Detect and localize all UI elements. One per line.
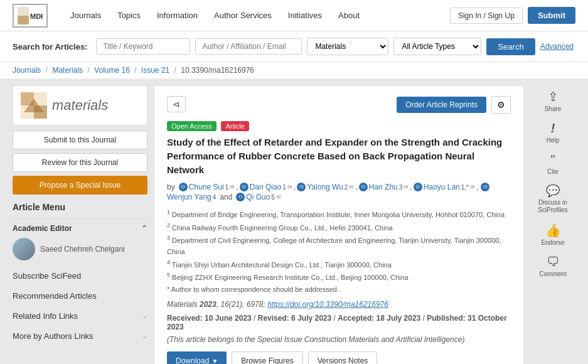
download-chevron: ▼ xyxy=(211,358,218,364)
versions-notes-button[interactable]: Versions Notes xyxy=(308,351,378,364)
comma5: , xyxy=(476,183,478,191)
author-3-email: ✉ xyxy=(349,184,354,190)
endorse-action[interactable]: 👍 Endorse xyxy=(541,223,564,246)
author-affiliation-input[interactable] xyxy=(195,38,302,55)
breadcrumb-volume[interactable]: Volume 16 xyxy=(94,66,130,75)
share-icon: ⇪ xyxy=(548,89,559,104)
breadcrumb-sep2: / xyxy=(87,66,89,75)
nav-initiatives[interactable]: Initiatives xyxy=(281,7,329,24)
search-label: Search for Articles: xyxy=(13,42,87,51)
more-by-authors-links[interactable]: More by Authors Links ⌄ xyxy=(13,326,147,346)
author-7[interactable]: Qi Guo xyxy=(246,193,270,201)
breadcrumb-sep1: / xyxy=(46,66,48,75)
nav-author-services[interactable]: Author Services xyxy=(206,7,279,24)
main-container: materials Submit to this Journal Review … xyxy=(0,79,588,364)
affil-star: * Author to whom correspondence should b… xyxy=(167,284,511,296)
gear-button[interactable]: ⚙ xyxy=(491,96,511,114)
author-icon-3: O xyxy=(297,183,306,191)
author-1-sup: 1 xyxy=(225,184,229,191)
subscribe-scifeed[interactable]: Subscribe SciFeed xyxy=(13,265,147,286)
affil-2: 2 China Railway Fourth Engineering Group… xyxy=(167,221,511,233)
nav-journals[interactable]: Journals xyxy=(63,7,109,24)
related-info-chevron: ⌄ xyxy=(142,312,147,320)
first-page-button[interactable]: ⊲ xyxy=(167,96,186,112)
author-icon-7: O xyxy=(236,193,245,201)
editor-avatar xyxy=(13,238,35,260)
nav-about[interactable]: About xyxy=(331,7,367,24)
author-3[interactable]: Yalong Wu xyxy=(307,183,343,191)
share-label: Share xyxy=(545,105,562,112)
endorse-icon: 👍 xyxy=(545,223,561,238)
submit-to-journal-button[interactable]: Submit to this Journal xyxy=(13,131,147,149)
share-action[interactable]: ⇪ Share xyxy=(545,89,562,112)
discuss-label: Discuss in SciProfiles xyxy=(530,199,575,214)
citation-line: Materials 2023, 16(21), 6978; https://do… xyxy=(167,300,511,309)
author-6-sup: 4 xyxy=(213,194,216,201)
search-bar: Search for Articles: Materials All Artic… xyxy=(0,31,588,62)
editor-info: Saeed Chehreh Chelgani xyxy=(13,238,147,260)
affil-5: 5 Beijing ZZHX Engineering Research Inst… xyxy=(167,270,511,283)
main-nav: Journals Topics Information Author Servi… xyxy=(63,7,450,24)
breadcrumb-issue[interactable]: Issue 21 xyxy=(141,66,169,75)
sidebar: materials Submit to this Journal Review … xyxy=(13,85,147,364)
logo-icon: MDPI xyxy=(18,7,43,24)
open-access-badge: Open Access xyxy=(167,121,216,131)
journal-logo-img xyxy=(21,92,47,119)
author-5[interactable]: Haoyu Lan xyxy=(424,183,460,191)
breadcrumb-materials[interactable]: Materials xyxy=(52,66,83,75)
affiliations: 1 Department of Bridge Engineering, Tran… xyxy=(167,208,511,295)
discuss-action[interactable]: 💬 Discuss in SciProfiles xyxy=(530,184,575,214)
journal-logo-box: materials xyxy=(13,85,147,126)
author-1[interactable]: Chune Sui xyxy=(189,183,224,191)
author-7-email: ✉ xyxy=(276,194,281,200)
citation-text: Materials 2023, 16(21), 6978; xyxy=(167,300,267,309)
submit-button[interactable]: Submit xyxy=(528,7,575,24)
affil-3: 3 Department of Civil Engineering, Colle… xyxy=(167,233,511,258)
article-menu-title: Article Menu xyxy=(13,202,147,212)
author-icon-5: O xyxy=(414,183,422,191)
recommended-articles[interactable]: Recommended Articles xyxy=(13,286,147,306)
special-issue-line: (This article belongs to the Special Iss… xyxy=(167,335,511,344)
comment-action[interactable]: 🗨 Comment xyxy=(539,255,566,277)
nav-topics[interactable]: Topics xyxy=(110,7,148,24)
author-6[interactable]: Wenjun Yang xyxy=(167,193,211,201)
author-5-email: ✉ xyxy=(470,184,475,190)
article-type-select[interactable]: All Article Types xyxy=(393,38,481,55)
nav-information[interactable]: Information xyxy=(149,7,205,24)
more-authors-chevron: ⌄ xyxy=(142,332,147,340)
breadcrumb: Journals / Materials / Volume 16 / Issue… xyxy=(0,62,588,79)
download-button[interactable]: Download ▼ xyxy=(167,351,227,364)
cite-action[interactable]: " Cite xyxy=(547,153,559,175)
author-7-sup: 5 xyxy=(271,194,275,201)
related-info-links[interactable]: Related Info Links ⌄ xyxy=(13,306,147,326)
affil-1: 1 Department of Bridge Engineering, Tran… xyxy=(167,208,511,220)
breadcrumb-journals[interactable]: Journals xyxy=(13,66,41,75)
propose-special-issue-button[interactable]: Propose a Special Issue xyxy=(13,176,147,195)
order-reprints-button[interactable]: Order Article Reprints xyxy=(397,97,486,113)
author-4[interactable]: Han Zhu xyxy=(369,183,398,191)
logo[interactable]: MDPI xyxy=(13,4,48,28)
help-action[interactable]: ! Help xyxy=(547,121,560,144)
signin-button[interactable]: Sign In / Sign Up xyxy=(450,8,523,24)
journal-select[interactable]: Materials xyxy=(307,38,388,55)
collapse-icon[interactable]: ⌃ xyxy=(141,224,147,233)
advanced-button[interactable]: Advanced xyxy=(540,42,574,51)
author-4-email: ✉ xyxy=(404,184,409,190)
article-type-badge: Article xyxy=(221,121,249,131)
author-icon-2: O xyxy=(240,183,249,191)
journal-name: materials xyxy=(52,97,108,114)
academic-editor-header: Academic Editor ⌃ xyxy=(13,224,147,233)
browse-figures-button[interactable]: Browse Figures xyxy=(232,351,302,364)
bottom-actions: Download ▼ Browse Figures Versions Notes xyxy=(167,351,511,364)
search-button[interactable]: Search xyxy=(486,38,535,55)
academic-editor-label: Academic Editor xyxy=(13,224,72,233)
review-for-journal-button[interactable]: Review for this Journal xyxy=(13,153,147,172)
author-2[interactable]: Dan Qiao xyxy=(250,183,282,191)
title-keyword-input[interactable] xyxy=(96,38,190,55)
article-header-row: ⊲ Order Article Reprints ⚙ xyxy=(167,96,511,114)
authors-line: by O Chune Sui1✉ , O Dan Qiao1✉ , O Yalo… xyxy=(167,183,511,201)
and-label: and xyxy=(220,193,232,201)
comma3: , xyxy=(355,183,357,191)
breadcrumb-sep4: / xyxy=(174,66,176,75)
citation-doi[interactable]: https://doi.org/10.3390/ma16216976 xyxy=(267,300,388,309)
